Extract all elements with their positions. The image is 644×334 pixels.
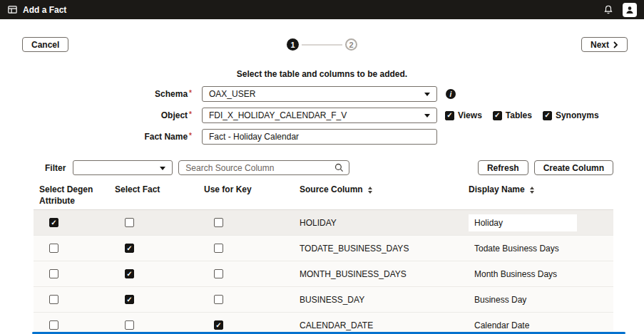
select-fact-checkbox-cell	[109, 269, 198, 278]
col-header-use-for-key: Use for Key	[198, 180, 294, 209]
add-a-fact-page: Add a Fact Cancel Next	[0, 0, 644, 334]
schema-select[interactable]: OAX_USER	[202, 86, 437, 102]
select-fact-checkbox[interactable]	[125, 295, 134, 304]
object-select[interactable]: FDI_X_HOLIDAY_CALENDAR_F_V	[202, 108, 437, 123]
use-for-key-checkbox-cell	[198, 244, 294, 253]
display-name-cell: Holiday	[463, 214, 613, 231]
use-for-key-checkbox-cell	[198, 295, 294, 304]
object-label: Object*	[0, 110, 202, 120]
select-degen-checkbox[interactable]	[49, 269, 58, 278]
search-source-column-input[interactable]	[178, 160, 349, 175]
schema-row: Schema* OAX_USER	[0, 86, 644, 102]
select-fact-checkbox[interactable]	[125, 218, 134, 227]
step-indicator: 1 2	[0, 38, 644, 51]
caret-down-icon	[424, 114, 430, 118]
display-name-cell: Business Day	[463, 291, 613, 308]
select-fact-checkbox[interactable]	[125, 320, 134, 330]
filter-dropdown[interactable]	[73, 160, 173, 175]
topbar-actions	[603, 3, 637, 17]
fact-name-input[interactable]	[202, 129, 437, 145]
required-asterisk: *	[189, 110, 192, 118]
fact-table-icon	[7, 4, 18, 15]
synonyms-checkbox[interactable]	[543, 111, 552, 120]
table-row: CALENDAR_DATECalendar Date	[34, 313, 613, 334]
step-1[interactable]: 1	[287, 38, 299, 51]
caret-down-icon	[160, 167, 165, 170]
tables-checkbox-item[interactable]: Tables	[493, 110, 532, 120]
source-column-cell: MONTH_BUSINESS_DAYS	[294, 269, 463, 279]
select-degen-checkbox-cell	[34, 295, 109, 304]
schema-label-text: Schema	[155, 89, 188, 99]
caret-down-icon	[424, 93, 430, 96]
filter-label: Filter	[45, 163, 66, 173]
info-icon[interactable]	[446, 89, 456, 99]
select-degen-checkbox[interactable]	[49, 244, 58, 253]
tables-checkbox[interactable]	[493, 111, 502, 120]
use-for-key-checkbox[interactable]	[214, 320, 223, 330]
display-name-value: Month Business Days	[469, 266, 563, 283]
schema-label: Schema*	[0, 89, 202, 99]
source-column-cell: BUSINESS_DAY	[294, 295, 463, 305]
fact-form: Schema* OAX_USER Object* FDI_X_HOLIDAY_C…	[0, 86, 644, 150]
select-fact-checkbox[interactable]	[125, 269, 134, 278]
source-column-cell: TODATE_BUSINESS_DAYS	[294, 244, 463, 254]
col-header-select-degen-attribute: Select Degen Attribute	[34, 180, 109, 209]
display-name-cell: Todate Business Days	[463, 240, 613, 257]
select-fact-checkbox-cell	[109, 320, 198, 330]
table-header-row: Select Degen Attribute Select Fact Use f…	[34, 180, 613, 210]
refresh-button[interactable]: Refresh	[478, 160, 528, 175]
synonyms-checkbox-item[interactable]: Synonyms	[543, 110, 599, 120]
required-asterisk: *	[189, 89, 192, 97]
select-fact-checkbox-cell	[109, 295, 198, 304]
synonyms-checkbox-label: Synonyms	[556, 110, 599, 120]
object-type-filters: Views Tables Synonyms	[445, 110, 599, 120]
user-avatar[interactable]	[623, 3, 637, 17]
display-name-cell: Month Business Days	[463, 266, 613, 283]
select-degen-checkbox-cell	[34, 218, 109, 227]
display-name-value[interactable]: Holiday	[469, 214, 577, 231]
select-degen-checkbox[interactable]	[49, 295, 58, 304]
views-checkbox-item[interactable]: Views	[445, 110, 482, 120]
table-row: MONTH_BUSINESS_DAYSMonth Business Days	[34, 261, 613, 287]
required-asterisk: *	[189, 132, 192, 140]
select-degen-checkbox[interactable]	[49, 218, 58, 227]
use-for-key-checkbox[interactable]	[214, 244, 223, 253]
select-fact-checkbox-cell	[109, 244, 198, 253]
display-name-value: Business Day	[469, 291, 532, 308]
fact-name-row: Fact Name*	[0, 129, 644, 145]
columns-table: Select Degen Attribute Select Fact Use f…	[34, 180, 613, 334]
page-title: Add a Fact	[23, 5, 66, 15]
display-name-value: Todate Business Days	[469, 240, 565, 257]
table-row: TODATE_BUSINESS_DAYSTodate Business Days	[34, 236, 613, 261]
step-2[interactable]: 2	[345, 38, 357, 51]
select-fact-checkbox[interactable]	[125, 244, 134, 253]
schema-select-value: OAX_USER	[209, 89, 255, 99]
col-header-source-column[interactable]: Source Column	[294, 180, 463, 209]
col-header-display-name[interactable]: Display Name	[463, 180, 613, 209]
use-for-key-checkbox[interactable]	[214, 295, 223, 304]
object-select-value: FDI_X_HOLIDAY_CALENDAR_F_V	[209, 110, 347, 120]
source-column-header-label: Source Column	[300, 184, 363, 196]
top-bar: Add a Fact	[0, 0, 644, 19]
select-degen-checkbox-cell	[34, 244, 109, 253]
select-degen-checkbox[interactable]	[49, 320, 58, 330]
use-for-key-checkbox-cell	[198, 269, 294, 278]
source-column-cell: HOLIDAY	[294, 218, 463, 228]
sort-icon	[530, 187, 534, 194]
fact-name-label-text: Fact Name	[144, 132, 188, 142]
use-for-key-checkbox[interactable]	[214, 218, 223, 227]
use-for-key-checkbox[interactable]	[214, 269, 223, 278]
object-label-text: Object	[161, 110, 188, 120]
use-for-key-checkbox-cell	[198, 320, 294, 330]
create-column-button[interactable]: Create Column	[534, 160, 613, 175]
table-body: HOLIDAYHolidayTODATE_BUSINESS_DAYSTodate…	[34, 210, 613, 334]
object-row: Object* FDI_X_HOLIDAY_CALENDAR_F_V Views…	[0, 108, 644, 123]
notifications-bell-icon[interactable]	[603, 4, 613, 15]
step-connector	[302, 44, 342, 46]
views-checkbox[interactable]	[445, 111, 454, 120]
table-row: HOLIDAYHoliday	[34, 210, 613, 236]
display-name-header-label: Display Name	[469, 184, 525, 196]
col-header-select-fact: Select Fact	[109, 180, 198, 209]
select-degen-checkbox-cell	[34, 269, 109, 278]
instruction-text: Select the table and columns to be added…	[0, 69, 644, 79]
